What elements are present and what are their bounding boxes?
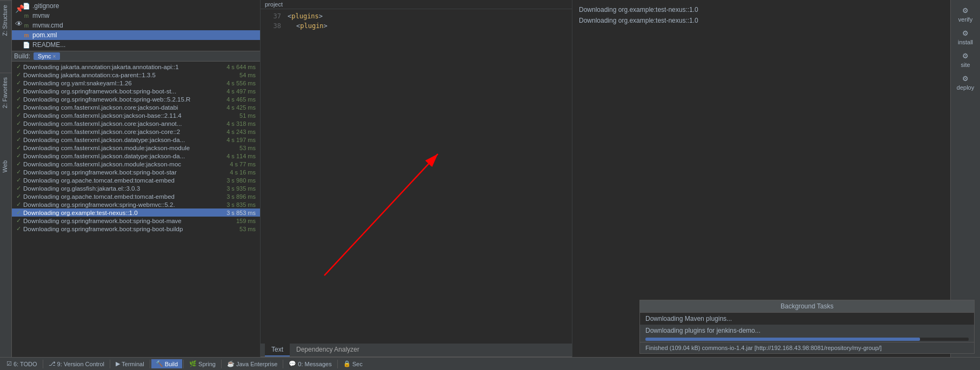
code-line-38: 38 <plugin>	[261, 21, 572, 31]
log-item: ✓Downloading org.yaml:snakeyaml::1.264 s…	[12, 79, 260, 87]
log-item: ✓Downloading com.fasterxml.jackson:jacks…	[12, 111, 260, 119]
eye-icon[interactable]: 👁	[13, 17, 26, 30]
log-item: ✓Downloading com.fasterxml.jackson.datat…	[12, 136, 260, 144]
background-tasks-popup: Background Tasks Downloading Maven plugi…	[639, 300, 975, 354]
check-icon: ✓	[16, 193, 21, 200]
code-view: 37 <plugins> 38 <plugin>	[261, 9, 572, 344]
file-tree-item-README-..[interactable]: 📄README...	[12, 40, 260, 50]
status-terminal[interactable]: ▶ Terminal	[111, 359, 149, 368]
log-item: ✓Downloading org.springframework.boot:sp…	[12, 217, 260, 225]
file-tree-item-mvnw[interactable]: mmvnw	[12, 11, 260, 21]
log-item: ✓Downloading org.springframework.boot:sp…	[12, 225, 260, 233]
pin-icon[interactable]: 📌	[13, 2, 26, 15]
log-item: ✓Downloading org.apache.tomcat.embed:tom…	[12, 192, 260, 200]
check-icon: ✓	[16, 112, 21, 119]
file-tree-item-pom-xml[interactable]: mpom.xml	[12, 30, 260, 40]
log-item: ✓Downloading com.fasterxml.jackson.datat…	[12, 152, 260, 160]
status-spring[interactable]: 🌿 Spring	[185, 359, 220, 368]
log-item: ✓Downloading com.fasterxml.jackson.core:…	[12, 119, 260, 127]
bg-tasks-title: Background Tasks	[640, 300, 974, 313]
tab-text[interactable]: Text	[265, 344, 290, 356]
log-item: ✓Downloading org.apache.tomcat.embed:tom…	[12, 176, 260, 184]
file-tree-item-mvnw-cmd[interactable]: mmvnw.cmd	[12, 21, 260, 30]
gear-icon-verify: ⚙	[962, 6, 969, 15]
log-item: ✓Downloading org.springframework.boot:sp…	[12, 168, 260, 176]
maven-site-button[interactable]: ⚙ site	[957, 50, 973, 70]
check-icon: ✓	[16, 225, 21, 232]
log-item: ✓Downloading org.example:test-nexus::1.0…	[12, 208, 260, 217]
output-line-2: Downloading org.example:test-nexus::1.0	[579, 15, 944, 26]
log-item: ✓Downloading jakarta.annotation:ca-paren…	[12, 71, 260, 79]
tab-bar: Text Dependency Analyzer	[261, 344, 572, 357]
log-item: ✓Downloading org.springframework.boot:sp…	[12, 95, 260, 103]
msg-icon: 💬	[289, 360, 296, 367]
status-version-control[interactable]: ⎇ 9: Version Control	[44, 359, 109, 368]
vc-icon: ⎇	[49, 360, 56, 367]
favorites-label[interactable]: 2: Favorites	[0, 72, 11, 112]
output-line-1: Downloading org.example:test-nexus::1.0	[579, 4, 944, 15]
check-icon: ✓	[16, 209, 21, 216]
check-icon: ✓	[16, 185, 21, 192]
log-item: ✓Downloading com.fasterxml.jackson.modul…	[12, 144, 260, 152]
gear-icon-install: ⚙	[962, 29, 969, 37]
download-log: ✓Downloading jakarta.annotation:jakarta.…	[12, 62, 260, 357]
build-label: Build:	[14, 52, 30, 60]
gear-icon-deploy: ⚙	[962, 75, 969, 83]
log-item: ✓Downloading org.springframework:spring-…	[12, 200, 260, 208]
check-icon: ✓	[16, 96, 21, 103]
log-item: ✓Downloading com.fasterxml.jackson.modul…	[12, 160, 260, 168]
check-icon: ✓	[16, 152, 21, 159]
check-icon: ✓	[16, 63, 21, 70]
status-bar: ☑ 6: TODO ⎇ 9: Version Control ▶ Termina…	[0, 357, 980, 370]
spring-icon: 🌿	[189, 360, 197, 367]
check-icon: ✓	[16, 120, 21, 127]
log-item: ✓Downloading com.fasterxml.jackson.core:…	[12, 127, 260, 136]
log-item: ✓Downloading org.springframework.boot:sp…	[12, 87, 260, 95]
status-messages[interactable]: 💬 0: Messages	[284, 359, 336, 368]
status-build[interactable]: 🔨 Build	[151, 359, 182, 368]
check-icon: ✓	[16, 71, 21, 78]
progress-bar-container	[645, 338, 969, 341]
code-line-37: 37 <plugins>	[261, 11, 572, 21]
log-item: ✓Downloading org.glassfish:jakarta.el::3…	[12, 184, 260, 192]
tab-dependency[interactable]: Dependency Analyzer	[290, 344, 366, 356]
status-todo[interactable]: ☑ 6: TODO	[2, 359, 42, 368]
sync-button[interactable]: Sync ×	[34, 52, 60, 60]
z-structure-label[interactable]: Z: Structure	[0, 0, 11, 40]
sync-close[interactable]: ×	[53, 53, 56, 59]
terminal-icon: ▶	[116, 360, 120, 367]
maven-install-button[interactable]: ⚙ install	[955, 27, 976, 48]
check-icon: ✓	[16, 217, 21, 224]
build-bar: Build: Sync ×	[12, 51, 260, 62]
maven-verify-button[interactable]: ⚙ verify	[955, 4, 976, 25]
status-sec[interactable]: 🔒 Sec	[339, 359, 367, 368]
check-icon: ✓	[16, 88, 21, 95]
check-icon: ✓	[16, 177, 21, 184]
todo-icon: ☑	[6, 360, 12, 367]
check-icon: ✓	[16, 201, 21, 208]
check-icon: ✓	[16, 169, 21, 176]
maven-deploy-button[interactable]: ⚙ deploy	[954, 72, 977, 93]
bg-task-finished: Finished (109.04 kB) commons-io-1.4.jar …	[640, 342, 974, 353]
check-icon: ✓	[16, 160, 21, 167]
check-icon: ✓	[16, 136, 21, 143]
build-status-icon: 🔨	[156, 360, 163, 367]
breadcrumb: project	[261, 0, 572, 9]
progress-bar	[645, 338, 920, 341]
bg-task-item-2: Downloading plugins for jenkins-demo...	[640, 325, 974, 337]
file-tree-item--gitignore[interactable]: 📄.gitignore	[12, 1, 260, 11]
check-icon: ✓	[16, 128, 21, 135]
check-icon: ✓	[16, 79, 21, 86]
check-icon: ✓	[16, 104, 21, 111]
web-label[interactable]: Web	[0, 156, 11, 177]
status-java-enterprise[interactable]: ☕ Java Enterprise	[223, 359, 282, 368]
check-icon: ✓	[16, 144, 21, 151]
sec-icon: 🔒	[343, 360, 351, 367]
log-item: ✓Downloading jakarta.annotation:jakarta.…	[12, 63, 260, 71]
java-icon: ☕	[227, 360, 235, 367]
log-item: ✓Downloading com.fasterxml.jackson.core:…	[12, 103, 260, 111]
bg-task-item-1: Downloading Maven plugins...	[640, 313, 974, 325]
gear-icon-site: ⚙	[962, 52, 969, 60]
